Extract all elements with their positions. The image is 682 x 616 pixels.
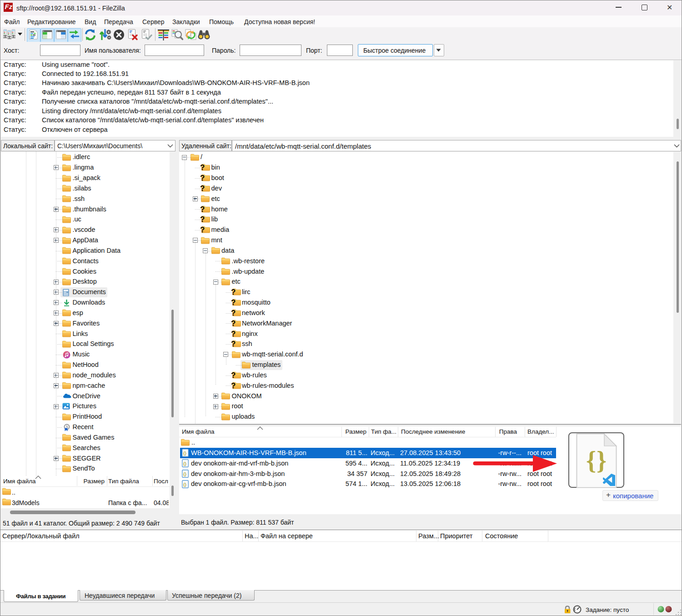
svg-text:?: ? <box>231 309 236 317</box>
svg-text:?: ? <box>231 340 236 348</box>
svg-text:{}: {} <box>183 461 187 466</box>
svg-text:{}: {} <box>183 482 187 486</box>
svg-text:?: ? <box>231 330 236 338</box>
svg-text:}: } <box>597 446 607 475</box>
svg-text:?: ? <box>231 319 236 327</box>
svg-text:{}: {} <box>183 472 187 476</box>
svg-text:?: ? <box>200 163 205 171</box>
svg-text:{: { <box>586 446 596 475</box>
svg-text:?: ? <box>200 215 205 223</box>
svg-text:?: ? <box>200 205 205 213</box>
svg-text:?: ? <box>231 288 236 296</box>
svg-text:?: ? <box>231 371 236 379</box>
svg-text:?: ? <box>200 225 205 234</box>
svg-text:?: ? <box>231 298 236 306</box>
svg-text:{}: {} <box>183 451 187 456</box>
svg-text:?: ? <box>200 174 205 182</box>
svg-text:?: ? <box>200 184 205 192</box>
svg-text:?: ? <box>231 381 236 390</box>
